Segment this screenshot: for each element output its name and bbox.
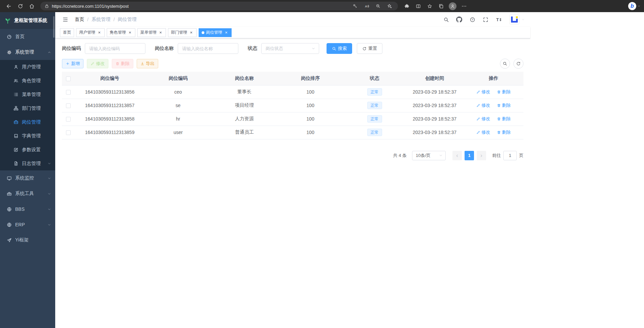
next-page-button[interactable]: › xyxy=(477,151,486,160)
status-badge: 正常 xyxy=(367,102,382,109)
edit-button[interactable]: 修改 xyxy=(87,59,108,68)
profile-avatar xyxy=(449,2,456,10)
sidebar-item-department-management[interactable]: 部门管理 xyxy=(0,101,55,115)
tab-department-management[interactable]: 部门管理 × xyxy=(168,28,197,37)
chevron-down-icon xyxy=(47,192,51,196)
export-button[interactable]: 导出 xyxy=(137,59,158,68)
close-icon[interactable]: × xyxy=(224,30,229,35)
header-search-icon[interactable] xyxy=(443,16,449,23)
row-delete-link[interactable]: 删除 xyxy=(497,102,511,108)
help-icon[interactable] xyxy=(469,16,476,23)
bing-icon: b xyxy=(628,2,636,10)
close-icon[interactable]: × xyxy=(158,30,163,35)
org-tree-icon xyxy=(13,106,19,111)
goto-page-input[interactable] xyxy=(503,151,517,160)
back-button[interactable] xyxy=(3,1,14,11)
breadcrumb: 首页 / 系统管理 / 岗位管理 xyxy=(75,17,137,23)
breadcrumb-system: 系统管理 xyxy=(92,17,110,23)
zoom-out-icon[interactable] xyxy=(374,2,382,10)
close-icon[interactable]: × xyxy=(128,30,132,35)
row-edit-link[interactable]: 修改 xyxy=(476,89,490,95)
refresh-page-button[interactable] xyxy=(15,1,26,11)
password-key-icon[interactable] xyxy=(351,2,360,10)
sidebar-group-system-management[interactable]: 系统管理 xyxy=(0,44,55,60)
row-checkbox[interactable] xyxy=(66,103,71,108)
extensions-button[interactable] xyxy=(401,1,412,11)
row-checkbox[interactable] xyxy=(66,130,71,135)
sidebar-menu: 首页 系统管理 用户管理 角色管理 菜单管理 xyxy=(0,29,55,248)
page-header: 首页 / 系统管理 / 岗位管理 xyxy=(55,12,530,27)
settings-menu-button[interactable] xyxy=(459,1,469,11)
reset-button[interactable]: 重置 xyxy=(357,43,382,54)
row-edit-link[interactable]: 修改 xyxy=(476,129,490,135)
post-code-input[interactable] xyxy=(85,43,145,54)
sidebar-item-role-management[interactable]: 角色管理 xyxy=(0,74,55,88)
row-edit-link[interactable]: 修改 xyxy=(476,102,490,108)
dashboard-icon xyxy=(7,34,12,39)
search-form: 岗位编码 岗位名称 状态 岗位状态 搜索 重置 xyxy=(62,43,523,54)
row-checkbox[interactable] xyxy=(66,117,71,122)
sidebar-item-user-management[interactable]: 用户管理 xyxy=(0,60,55,74)
sidebar-group-bbs[interactable]: BBS xyxy=(0,201,55,217)
column-status: 状态 xyxy=(343,72,406,85)
sidebar-item-dictionary-management[interactable]: 字典管理 xyxy=(0,129,55,143)
sidebar-group-system-monitoring[interactable]: 系统监控 xyxy=(0,170,55,186)
post-name-input[interactable] xyxy=(178,43,238,54)
app-title: 意框架管理系统 xyxy=(14,18,47,24)
page-number-current[interactable]: 1 xyxy=(465,151,474,160)
toggle-search-button[interactable] xyxy=(500,59,510,69)
collections-button[interactable] xyxy=(436,1,446,11)
breadcrumb-home[interactable]: 首页 xyxy=(75,17,84,23)
app-logo[interactable]: 意框架管理系统 xyxy=(0,12,55,29)
github-icon[interactable] xyxy=(456,16,463,23)
collapse-sidebar-icon[interactable] xyxy=(61,15,70,24)
tab-menu-management[interactable]: 菜单管理 × xyxy=(137,28,166,37)
tab-post-management[interactable]: 岗位管理 × xyxy=(199,28,232,37)
address-bar[interactable]: https://ccnetcore.com:1101/system/post xyxy=(40,2,398,10)
url-text: https://ccnetcore.com:1101/system/post xyxy=(52,4,348,9)
sidebar-group-system-tools[interactable]: 系统工具 xyxy=(0,186,55,201)
table-row: 1641030593112313857 se 项目经理 100 正常 2023-… xyxy=(62,99,523,112)
row-checkbox[interactable] xyxy=(66,90,71,95)
sidebar-item-menu-management[interactable]: 菜单管理 xyxy=(0,88,55,101)
sidebar-group-erp[interactable]: ERP xyxy=(0,217,55,232)
close-icon[interactable]: × xyxy=(189,30,194,35)
sidebar-scrollbar[interactable] xyxy=(53,16,55,38)
favorites-button[interactable] xyxy=(424,1,435,11)
add-button[interactable]: 新增 xyxy=(62,59,83,68)
profile-button[interactable] xyxy=(447,1,458,11)
column-actions: 操作 xyxy=(464,72,523,85)
search-button[interactable]: 搜索 xyxy=(327,43,352,54)
row-delete-link[interactable]: 删除 xyxy=(497,116,511,122)
refresh-table-button[interactable] xyxy=(513,59,523,69)
chevron-down-icon xyxy=(47,176,51,180)
tab-role-management[interactable]: 角色管理 × xyxy=(107,28,135,37)
row-edit-link[interactable]: 修改 xyxy=(476,116,490,122)
tab-home[interactable]: 首页 xyxy=(60,28,74,37)
users-icon xyxy=(13,78,19,83)
sidebar-item-parameter-settings[interactable]: 参数设置 xyxy=(0,143,55,157)
sidebar-item-post-management[interactable]: 岗位管理 xyxy=(0,115,55,129)
refresh-icon xyxy=(516,61,521,66)
row-delete-link[interactable]: 删除 xyxy=(497,89,511,95)
tab-user-management[interactable]: 用户管理 × xyxy=(76,28,105,37)
goto-suffix: 页 xyxy=(519,153,523,159)
font-size-icon[interactable] xyxy=(495,16,502,23)
copilot-button[interactable]: b xyxy=(628,2,641,10)
sidebar-item-home[interactable]: 首页 xyxy=(0,29,55,44)
split-screen-button[interactable] xyxy=(413,1,423,11)
page-size-select[interactable]: 10条/页 xyxy=(412,151,446,160)
read-aloud-icon[interactable] xyxy=(362,2,371,10)
fullscreen-icon[interactable] xyxy=(482,16,489,23)
add-favorite-icon[interactable] xyxy=(385,2,394,10)
close-icon[interactable]: × xyxy=(97,30,102,35)
delete-button[interactable]: 删除 xyxy=(112,59,133,68)
user-avatar-menu[interactable] xyxy=(509,14,525,25)
prev-page-button[interactable]: ‹ xyxy=(452,151,462,160)
select-all-checkbox[interactable] xyxy=(66,76,71,81)
home-button[interactable] xyxy=(26,1,37,11)
sidebar-group-log-management[interactable]: 日志管理 xyxy=(0,157,55,170)
sidebar-item-yi-framework[interactable]: Yi框架 xyxy=(0,232,55,248)
row-delete-link[interactable]: 删除 xyxy=(497,129,511,135)
status-select[interactable]: 岗位状态 xyxy=(261,43,319,54)
